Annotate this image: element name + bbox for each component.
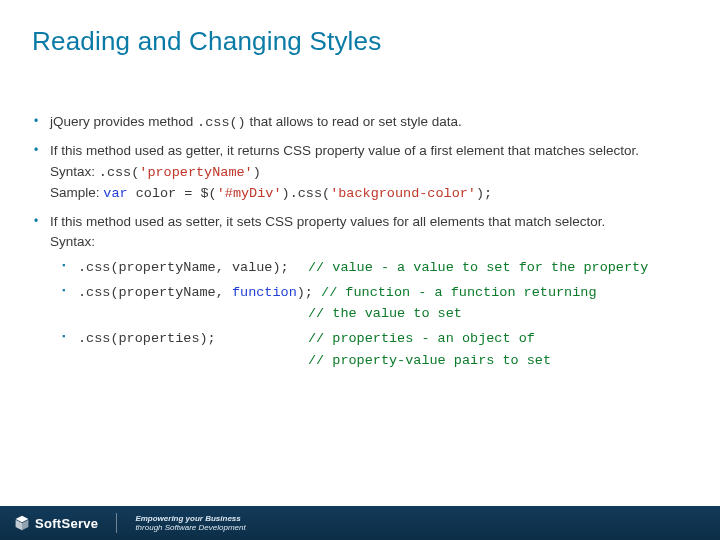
code-comment: // the value to set (308, 306, 462, 321)
text: Syntax: (50, 164, 99, 179)
bullet-item: If this method used as getter, it return… (32, 141, 680, 204)
spacer (78, 351, 308, 371)
spacer (78, 304, 308, 324)
text: If this method used as setter, it sets C… (50, 214, 605, 229)
footer-tagline: Empowering your Business through Softwar… (135, 514, 245, 532)
bullet-list: jQuery provides method .css() that allow… (32, 112, 680, 371)
code: ); (297, 285, 321, 300)
code: color = $( (128, 186, 217, 201)
code: .css( (99, 165, 140, 180)
text: jQuery provides method (50, 114, 197, 129)
code-keyword: var (103, 186, 127, 201)
code-keyword: function (232, 285, 297, 300)
logo: SoftServe (14, 515, 98, 531)
bullet-item: If this method used as setter, it sets C… (32, 212, 680, 371)
tagline-1: Empowering your Business (135, 514, 245, 523)
slide: Reading and Changing Styles jQuery provi… (0, 0, 720, 540)
sub-bullet-item: .css(propertyName, value);// value - a v… (62, 257, 680, 278)
footer-bar: SoftServe Empowering your Business throu… (0, 506, 720, 540)
code-string: '#myDiv' (217, 186, 282, 201)
code: ) (253, 165, 261, 180)
slide-title: Reading and Changing Styles (32, 26, 381, 57)
slide-content: jQuery provides method .css() that allow… (32, 112, 680, 379)
code-comment: // property-value pairs to set (308, 353, 551, 368)
code: .css(propertyName, (78, 285, 232, 300)
code-comment: // function - a function returning (321, 285, 596, 300)
brand-text: SoftServe (35, 516, 98, 531)
sub-bullet-item: .css(properties);// properties - an obje… (62, 328, 680, 371)
code-comment: // value - a value to set for the proper… (308, 260, 648, 275)
code: .css() (197, 115, 246, 130)
text: If this method used as getter, it return… (50, 143, 639, 158)
text: Syntax: (50, 234, 95, 249)
footer-divider (116, 513, 117, 533)
sub-bullet-list: .css(propertyName, value);// value - a v… (62, 257, 680, 371)
code: ).css( (282, 186, 331, 201)
code: ); (476, 186, 492, 201)
code: .css(properties); (78, 331, 308, 346)
text: that allows to read or set style data. (246, 114, 462, 129)
code-comment: // properties - an object of (308, 331, 535, 346)
cube-icon (14, 515, 30, 531)
text: Sample: (50, 185, 103, 200)
code-string: 'propertyName' (139, 165, 252, 180)
code: .css(propertyName, value); (78, 260, 308, 275)
bullet-item: jQuery provides method .css() that allow… (32, 112, 680, 133)
sub-bullet-item: .css(propertyName, function); // functio… (62, 282, 680, 325)
tagline-2: through Software Development (135, 523, 245, 532)
code-string: 'background-color' (330, 186, 476, 201)
